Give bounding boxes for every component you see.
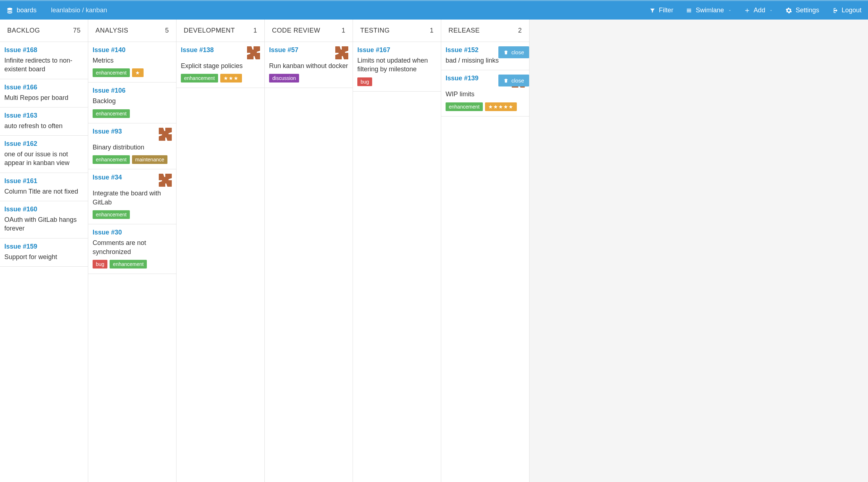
label-row: enhancement★ — [93, 68, 172, 77]
issue-title: auto refresh to often — [4, 122, 84, 130]
issue-id[interactable]: Issue #163 — [4, 112, 37, 119]
issue-id[interactable]: Issue #167 — [357, 46, 390, 54]
label-discussion: discussion — [269, 74, 299, 83]
issue-id[interactable]: Issue #166 — [4, 84, 37, 91]
brand-link[interactable]: boards — [7, 7, 37, 14]
label-enhancement: enhancement — [93, 68, 130, 77]
label-enhancement: enhancement — [93, 155, 130, 164]
issue-card[interactable]: Issue #34Integrate the board with GitLab… — [88, 169, 176, 224]
column-title: DEVELOPMENT — [184, 27, 235, 34]
label-enhancement: enhancement — [93, 109, 130, 118]
issue-card[interactable]: Issue #106Backlogenhancement — [88, 83, 176, 123]
issue-id[interactable]: Issue #30 — [93, 229, 122, 236]
column-header: DEVELOPMENT1 — [176, 20, 264, 42]
issue-card[interactable]: Issue #138Explicit stage policiesenhance… — [176, 42, 264, 88]
breadcrumb[interactable]: leanlabsio / kanban — [51, 7, 107, 14]
issue-id[interactable]: Issue #160 — [4, 206, 37, 213]
swimlane-label: Swimlane — [696, 7, 724, 14]
column-title: ANALYSIS — [95, 27, 128, 34]
swimlane-dropdown[interactable]: Swimlane — [686, 7, 732, 14]
close-label: close — [511, 77, 524, 84]
card-list: Issue #168Infinite redirects to non-exis… — [0, 42, 88, 482]
filter-label: Filter — [659, 7, 673, 14]
issue-card[interactable]: Issue #93Binary distributionenhancementm… — [88, 123, 176, 169]
card-list: Issue #140Metricsenhancement★Issue #106B… — [88, 42, 176, 482]
issue-id[interactable]: Issue #57 — [269, 46, 298, 54]
issue-id[interactable]: Issue #139 — [446, 75, 478, 82]
column-header: BACKLOG75 — [0, 20, 88, 42]
column-count: 1 — [430, 27, 434, 34]
card-list: Issue #167Limits not updated when filter… — [353, 42, 441, 482]
kanban-column: ANALYSIS5Issue #140Metricsenhancement★Is… — [88, 20, 176, 482]
label-enhancement: enhancement — [110, 260, 147, 269]
kanban-column: CODE REVIEW1Issue #57Run kanban without … — [265, 20, 353, 482]
issue-card[interactable]: Issue #168Infinite redirects to non-exis… — [0, 42, 88, 79]
logout-button[interactable]: Logout — [831, 7, 861, 14]
issue-card[interactable]: Issue #162one of our issue is not appear… — [0, 136, 88, 173]
issue-id[interactable]: Issue #138 — [181, 46, 214, 54]
issue-title: one of our issue is not appear in kanban… — [4, 150, 84, 168]
close-label: close — [511, 49, 524, 55]
kanban-column: DEVELOPMENT1Issue #138Explicit stage pol… — [176, 20, 265, 482]
issue-id[interactable]: Issue #159 — [4, 243, 37, 250]
issue-card[interactable]: Issue #159Support for weight — [0, 238, 88, 267]
issue-id[interactable]: Issue #161 — [4, 177, 37, 185]
add-label: Add — [754, 7, 765, 14]
issue-card[interactable]: Issue #163auto refresh to often — [0, 107, 88, 136]
label-bug: bug — [93, 260, 107, 269]
issue-card[interactable]: Issue #166Multi Repos per board — [0, 79, 88, 107]
label-row: enhancement★★★ — [181, 74, 260, 83]
label-row: enhancement★★★★★ — [446, 102, 525, 111]
issue-id[interactable]: Issue #34 — [93, 174, 122, 181]
issue-id[interactable]: Issue #106 — [93, 87, 125, 94]
issue-card[interactable]: Issue #57Run kanban without dockerdiscus… — [265, 42, 353, 88]
settings-label: Settings — [796, 7, 819, 14]
database-icon — [7, 7, 13, 14]
issue-card[interactable]: Issue #160OAuth with GitLab hangs foreve… — [0, 201, 88, 238]
brand-text: boards — [17, 7, 37, 14]
avatar — [247, 46, 260, 59]
issue-title: Integrate the board with GitLab — [93, 189, 172, 207]
issue-card[interactable]: Issue #161Column Title are not fixed — [0, 173, 88, 201]
close-issue-button[interactable]: close — [498, 75, 529, 86]
logout-icon — [831, 7, 838, 14]
issue-card[interactable]: Issue #30Comments are not synchronizedbu… — [88, 224, 176, 274]
kanban-column: RELEASE2Issue #152bad / missing linksclo… — [441, 20, 529, 482]
trash-icon — [503, 50, 509, 55]
column-count: 1 — [341, 27, 345, 34]
add-dropdown[interactable]: Add — [744, 7, 773, 14]
label-row: discussion — [269, 74, 348, 83]
column-count: 75 — [73, 27, 81, 34]
issue-card[interactable]: Issue #140Metricsenhancement★ — [88, 42, 176, 83]
issue-id[interactable]: Issue #152 — [446, 46, 478, 54]
column-title: CODE REVIEW — [272, 27, 320, 34]
label-enhancement: enhancement — [446, 102, 483, 111]
issue-title: Comments are not synchronized — [93, 238, 172, 256]
issue-id[interactable]: Issue #168 — [4, 46, 37, 54]
kanban-column: BACKLOG75Issue #168Infinite redirects to… — [0, 20, 88, 482]
issue-id[interactable]: Issue #93 — [93, 128, 122, 135]
close-issue-button[interactable]: close — [498, 46, 529, 58]
priority-stars: ★★★★★ — [485, 102, 517, 111]
issue-title: Explicit stage policies — [181, 62, 260, 70]
caret-down-icon — [728, 8, 732, 13]
settings-button[interactable]: Settings — [786, 7, 819, 14]
issue-card[interactable]: Issue #152bad / missing linksclose — [441, 42, 529, 70]
plus-icon — [744, 8, 750, 13]
logout-label: Logout — [842, 7, 861, 14]
issue-card[interactable]: Issue #167Limits not updated when filter… — [353, 42, 441, 92]
issue-id[interactable]: Issue #162 — [4, 140, 37, 148]
column-title: RELEASE — [448, 27, 480, 34]
issue-title: OAuth with GitLab hangs forever — [4, 215, 84, 233]
issue-title: Multi Repos per board — [4, 93, 84, 102]
issue-id[interactable]: Issue #140 — [93, 46, 125, 54]
issue-card[interactable]: Issue #139WIP limitsenhancement★★★★★clos… — [441, 70, 529, 116]
filter-button[interactable]: Filter — [650, 7, 673, 14]
column-header: RELEASE2 — [441, 20, 529, 42]
gear-icon — [786, 7, 792, 14]
avatar — [335, 46, 348, 59]
card-list: Issue #57Run kanban without dockerdiscus… — [265, 42, 353, 482]
label-row: enhancementmaintenance — [93, 155, 172, 164]
column-title: TESTING — [360, 27, 390, 34]
kanban-column: TESTING1Issue #167Limits not updated whe… — [353, 20, 441, 482]
